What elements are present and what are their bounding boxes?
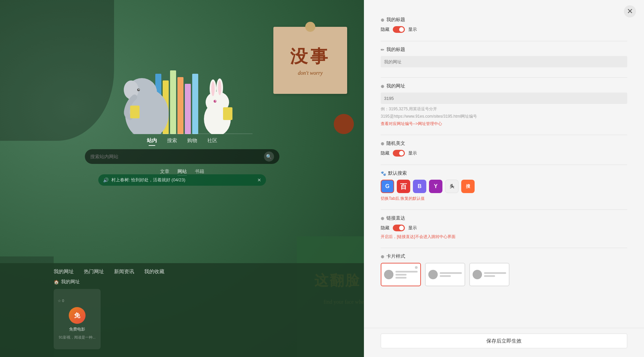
section-icon-my-url: ⊕ [381, 84, 384, 89]
sign-text-sub: don't worry [298, 70, 323, 76]
save-btn-container: 保存后立即生效 [364, 328, 644, 354]
link-warning: 开启后，[链接直达]不会进入跳转中心界面 [381, 234, 627, 240]
divider2 [381, 77, 627, 78]
section-card-style: ⊕ 卡片样式 [381, 253, 627, 286]
preview-lines-1 [395, 271, 418, 279]
tab-shopping[interactable]: 购物 [187, 137, 197, 145]
my-url-input[interactable] [381, 93, 627, 104]
preview-line-1b [395, 274, 407, 276]
card-style-option-3[interactable] [469, 263, 509, 286]
illustration-svg [98, 40, 266, 134]
main-area: 没事 don't worry 这翻脸 find your face whe 站内… [0, 0, 364, 357]
section-header-my-title-input: ✏ 我的标题 [381, 47, 627, 53]
section-header-random: ⊕ 随机美文 [381, 140, 627, 146]
toggle-random[interactable] [393, 150, 405, 157]
section-label-search: 默认搜索 [388, 170, 407, 176]
toggle-random-hide-label: 隐藏 [381, 150, 389, 156]
illustration [98, 40, 266, 134]
tab-news[interactable]: 新闻资讯 [114, 269, 134, 275]
section-icon-random: ⊕ [381, 141, 384, 146]
tab-station[interactable]: 站内 [147, 137, 157, 145]
section-link-direct: ⊕ 链接直达 隐藏 显示 开启后，[链接直达]不会进入跳转中心界面 [381, 215, 627, 240]
search-engines: G 百 B Y 头 搜 [381, 180, 627, 193]
toggle-row-link: 隐藏 显示 [381, 225, 627, 231]
tab-community[interactable]: 社区 [207, 137, 217, 145]
preview-line-1c [395, 277, 407, 279]
svg-point-11 [138, 89, 139, 90]
section-icon-card-style: ⊕ [381, 254, 384, 259]
card-section-title: 🏠 我的网址 [54, 279, 310, 285]
hint-switch: 切换Tab后,恢复的默认值 [381, 196, 627, 201]
preview-avatar-3 [473, 270, 482, 279]
divider6 [381, 248, 627, 248]
section-icon: 🏠 [54, 280, 59, 285]
section-label-card-style: 卡片样式 [386, 253, 405, 259]
preview-line-3b [484, 275, 495, 277]
svg-point-18 [218, 80, 221, 95]
hint-url3: 查看对应网址编号-->网址管理中心 [381, 121, 627, 127]
hint-url2: 3195是https://www.91es.com/sites/3195.htm… [381, 113, 627, 119]
engine-bing[interactable]: B [413, 180, 426, 193]
svg-rect-12 [130, 106, 140, 118]
engine-yahoo[interactable]: Y [429, 180, 442, 193]
section-my-title-toggle: ⊕ 我的标题 隐藏 显示 [381, 17, 627, 33]
search-input[interactable] [90, 154, 261, 159]
card-style-option-1[interactable] [381, 263, 421, 286]
tab-favorites[interactable]: 我的收藏 [144, 269, 164, 275]
card-avatar: 免 [69, 307, 86, 324]
tab-search[interactable]: 搜索 [167, 137, 177, 145]
sign-dot [305, 22, 315, 32]
card-item[interactable]: ☆ 0 免 免费电影 91影视，阅读是一种... [54, 289, 101, 349]
toggle-my-title[interactable] [393, 26, 405, 33]
save-button[interactable]: 保存后立即生效 [381, 334, 627, 348]
engine-google[interactable]: G [381, 180, 394, 193]
close-button[interactable]: ✕ [624, 5, 636, 17]
svg-rect-5 [192, 74, 198, 134]
preview-line-2a [440, 272, 462, 274]
preview-line-3a [484, 272, 506, 274]
engine-sogou[interactable]: 搜 [461, 180, 475, 193]
divider5 [381, 210, 627, 210]
preview-lines-2 [440, 272, 462, 277]
divider3 [381, 135, 627, 135]
section-label-my-title-input: 我的标题 [386, 47, 405, 53]
music-close-button[interactable]: ✕ [257, 177, 261, 183]
toggle-row-my-title: 隐藏 显示 [381, 26, 627, 33]
preview-line-1a [395, 271, 418, 273]
toggle-hide-label: 隐藏 [381, 26, 389, 33]
toggle-random-show-label: 显示 [408, 150, 417, 156]
dark-circle [334, 114, 354, 134]
section-icon-my-title-input: ✏ [381, 47, 384, 52]
section-icon-link: ⊕ [381, 216, 384, 221]
hero-section [65, 27, 300, 134]
search-bar: 🔍 [85, 149, 279, 164]
section-label-link: 链接直达 [386, 215, 405, 221]
preview-line-2b [440, 275, 451, 277]
section-label-my-url: 我的网址 [386, 83, 405, 89]
tab-my-url[interactable]: 我的网址 [54, 269, 74, 275]
search-tabs: 站内 搜索 购物 社区 [147, 137, 217, 145]
section-header-my-title-toggle: ⊕ 我的标题 [381, 17, 627, 23]
tab-hot-url[interactable]: 热门网址 [84, 269, 104, 275]
toggle-row-random: 隐藏 显示 [381, 150, 627, 157]
svg-rect-21 [223, 107, 232, 120]
divider4 [381, 165, 627, 165]
toggle-link[interactable] [393, 225, 405, 231]
card-styles [381, 263, 627, 286]
hint-link-url[interactable]: 查看对应网址编号-->网址管理中心 [381, 121, 442, 126]
my-title-input[interactable] [381, 56, 627, 67]
card-star: ☆ 0 [58, 299, 64, 303]
engine-toutiao[interactable]: 头 [445, 180, 459, 193]
engine-baidu[interactable]: 百 [397, 180, 410, 193]
section-header-card-style: ⊕ 卡片样式 [381, 253, 627, 259]
card-grid: ☆ 0 免 免费电影 91影视，阅读是一种... [54, 289, 310, 349]
card-style-option-2[interactable] [425, 263, 465, 286]
svg-point-20 [215, 101, 216, 102]
section-my-url: ⊕ 我的网址 例：3195,3275,用英语逗号分开 3195是https://… [381, 83, 627, 127]
section-header-link: ⊕ 链接直达 [381, 215, 627, 221]
search-icon-button[interactable]: 🔍 [264, 152, 274, 162]
section-label-my-title-toggle: 我的标题 [386, 17, 405, 23]
toggle-show-label: 显示 [408, 26, 417, 33]
svg-point-16 [211, 81, 215, 96]
preview-lines-3 [484, 272, 506, 277]
